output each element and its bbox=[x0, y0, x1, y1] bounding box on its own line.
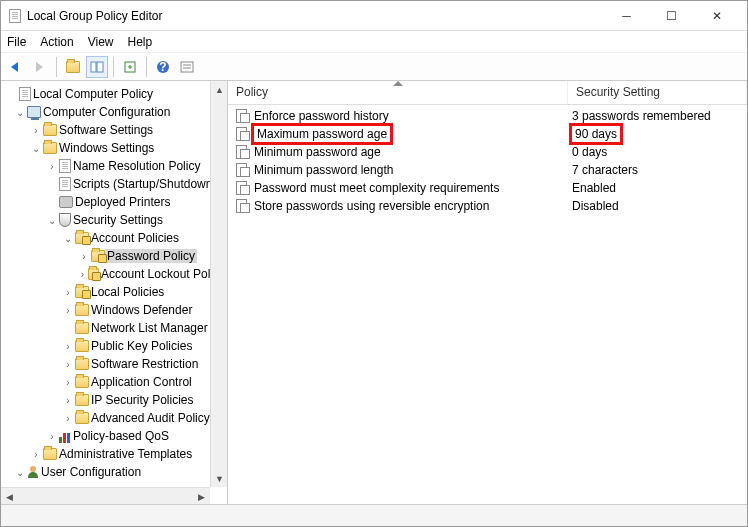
folder-lock-icon bbox=[91, 250, 105, 262]
list-item[interactable]: Password must meet complexity requiremen… bbox=[228, 179, 747, 197]
folder-icon bbox=[75, 394, 89, 406]
list-header: Policy Security Setting bbox=[228, 81, 747, 105]
list-item[interactable]: Maximum password age90 days bbox=[228, 125, 747, 143]
chevron-down-icon[interactable]: ⌄ bbox=[13, 467, 27, 478]
up-button[interactable] bbox=[62, 56, 84, 78]
policy-value: Enabled bbox=[572, 181, 616, 195]
folder-icon bbox=[43, 142, 57, 154]
chevron-right-icon[interactable]: › bbox=[77, 269, 88, 280]
tree-root[interactable]: Local Computer Policy bbox=[1, 85, 227, 103]
policy-item-icon bbox=[236, 109, 250, 123]
policy-name: Store passwords using reversible encrypt… bbox=[254, 199, 489, 213]
chevron-right-icon[interactable]: › bbox=[61, 359, 75, 370]
list-pane: Policy Security Setting Enforce password… bbox=[228, 81, 747, 504]
menu-view[interactable]: View bbox=[88, 35, 114, 49]
chevron-right-icon[interactable]: › bbox=[45, 161, 59, 172]
filter-button[interactable] bbox=[176, 56, 198, 78]
chevron-right-icon[interactable]: › bbox=[61, 377, 75, 388]
tree-application-control[interactable]: ›Application Control bbox=[1, 373, 227, 391]
policy-name: Minimum password length bbox=[254, 163, 393, 177]
tree-user-config[interactable]: ⌄User Configuration bbox=[1, 463, 227, 481]
tree-network-list[interactable]: Network List Manager bbox=[1, 319, 227, 337]
tree-software-restriction[interactable]: ›Software Restriction bbox=[1, 355, 227, 373]
doc-icon bbox=[59, 159, 71, 173]
tree-scripts[interactable]: Scripts (Startup/Shutdown) bbox=[1, 175, 227, 193]
tree-name-resolution[interactable]: ›Name Resolution Policy bbox=[1, 157, 227, 175]
list-item[interactable]: Store passwords using reversible encrypt… bbox=[228, 197, 747, 215]
svg-rect-1 bbox=[97, 62, 103, 72]
tree-policy-qos[interactable]: ›Policy-based QoS bbox=[1, 427, 227, 445]
tree-horizontal-scrollbar[interactable]: ◀▶ bbox=[1, 487, 210, 504]
tree-deployed-printers[interactable]: Deployed Printers bbox=[1, 193, 227, 211]
chevron-right-icon[interactable]: › bbox=[77, 251, 91, 262]
scroll-left-icon[interactable]: ◀ bbox=[1, 488, 18, 504]
minimize-button[interactable]: ─ bbox=[604, 2, 649, 30]
scroll-up-icon[interactable]: ▲ bbox=[211, 81, 228, 98]
tree-computer-config[interactable]: ⌄Computer Configuration bbox=[1, 103, 227, 121]
chevron-right-icon[interactable]: › bbox=[61, 287, 75, 298]
toolbar: ? bbox=[1, 53, 747, 81]
svg-text:?: ? bbox=[159, 60, 166, 74]
policy-item-icon bbox=[236, 145, 250, 159]
tree-vertical-scrollbar[interactable]: ▲▼ bbox=[210, 81, 227, 487]
folder-lock-icon bbox=[75, 232, 89, 244]
tree-pane: Local Computer Policy ⌄Computer Configur… bbox=[1, 81, 228, 504]
policy-name: Maximum password age bbox=[251, 123, 393, 145]
chevron-right-icon[interactable]: › bbox=[45, 431, 59, 442]
tree-account-policies[interactable]: ⌄Account Policies bbox=[1, 229, 227, 247]
policy-name: Enforce password history bbox=[254, 109, 389, 123]
folder-icon bbox=[75, 358, 89, 370]
chevron-right-icon[interactable]: › bbox=[61, 305, 75, 316]
tree-admin-templates[interactable]: ›Administrative Templates bbox=[1, 445, 227, 463]
show-hide-tree-button[interactable] bbox=[86, 56, 108, 78]
chevron-right-icon[interactable]: › bbox=[29, 125, 43, 136]
chevron-right-icon[interactable]: › bbox=[61, 413, 75, 424]
qos-icon bbox=[59, 430, 71, 443]
back-button[interactable] bbox=[5, 56, 27, 78]
tree-windows-settings[interactable]: ⌄Windows Settings bbox=[1, 139, 227, 157]
list-item[interactable]: Minimum password length7 characters bbox=[228, 161, 747, 179]
policy-root-icon bbox=[19, 87, 31, 101]
app-icon bbox=[9, 9, 21, 23]
chevron-right-icon[interactable]: › bbox=[29, 449, 43, 460]
folder-icon bbox=[75, 340, 89, 352]
tree-local-policies[interactable]: ›Local Policies bbox=[1, 283, 227, 301]
chevron-down-icon[interactable]: ⌄ bbox=[13, 107, 27, 118]
column-policy[interactable]: Policy bbox=[228, 81, 568, 104]
column-security-setting[interactable]: Security Setting bbox=[568, 81, 747, 104]
policy-value: Disabled bbox=[572, 199, 619, 213]
tree-public-key[interactable]: ›Public Key Policies bbox=[1, 337, 227, 355]
tree-account-lockout[interactable]: ›Account Lockout Policy bbox=[1, 265, 227, 283]
list-item[interactable]: Minimum password age0 days bbox=[228, 143, 747, 161]
title-bar: Local Group Policy Editor ─ ☐ ✕ bbox=[1, 1, 747, 31]
close-button[interactable]: ✕ bbox=[694, 2, 739, 30]
policy-item-icon bbox=[236, 163, 250, 177]
policy-name: Minimum password age bbox=[254, 145, 381, 159]
menu-help[interactable]: Help bbox=[128, 35, 153, 49]
maximize-button[interactable]: ☐ bbox=[649, 2, 694, 30]
chevron-down-icon[interactable]: ⌄ bbox=[45, 215, 59, 226]
tree-ip-security[interactable]: ›IP Security Policies bbox=[1, 391, 227, 409]
chevron-right-icon[interactable]: › bbox=[61, 341, 75, 352]
computer-icon bbox=[27, 106, 41, 118]
tree-password-policy[interactable]: ›Password Policy bbox=[1, 247, 227, 265]
tree-advanced-audit[interactable]: ›Advanced Audit Policy bbox=[1, 409, 227, 427]
chevron-down-icon[interactable]: ⌄ bbox=[61, 233, 75, 244]
scroll-down-icon[interactable]: ▼ bbox=[211, 470, 228, 487]
folder-lock-icon bbox=[75, 286, 89, 298]
forward-button[interactable] bbox=[29, 56, 51, 78]
folder-icon bbox=[43, 124, 57, 136]
tree-windows-defender[interactable]: ›Windows Defender bbox=[1, 301, 227, 319]
menu-file[interactable]: File bbox=[7, 35, 26, 49]
policy-value: 3 passwords remembered bbox=[572, 109, 711, 123]
menu-action[interactable]: Action bbox=[40, 35, 73, 49]
tree-software-settings[interactable]: ›Software Settings bbox=[1, 121, 227, 139]
help-button[interactable]: ? bbox=[152, 56, 174, 78]
chevron-right-icon[interactable]: › bbox=[61, 395, 75, 406]
policy-item-icon bbox=[236, 199, 250, 213]
export-button[interactable] bbox=[119, 56, 141, 78]
chevron-down-icon[interactable]: ⌄ bbox=[29, 143, 43, 154]
tree-security-settings[interactable]: ⌄Security Settings bbox=[1, 211, 227, 229]
scroll-right-icon[interactable]: ▶ bbox=[193, 488, 210, 504]
policy-item-icon bbox=[236, 127, 250, 141]
